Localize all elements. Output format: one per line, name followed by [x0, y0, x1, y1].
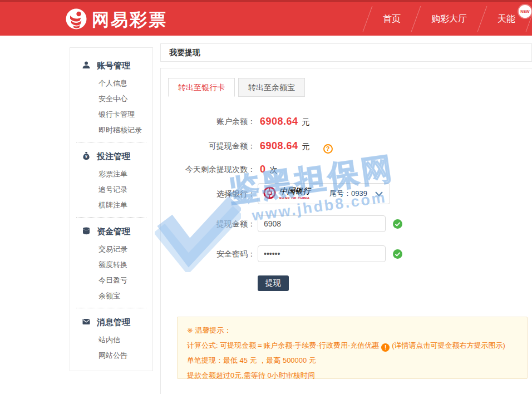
password-input[interactable]	[258, 245, 386, 262]
valid-check-icon	[393, 219, 402, 231]
balance-value: 6908.64	[260, 116, 298, 127]
page-title: 我要提现	[160, 43, 532, 62]
funds-icon	[82, 226, 91, 237]
sidebar: 账号管理 个人信息 安全中心 银行卡管理 即时稽核记录 ¥ 投注管理 彩票注单 …	[70, 47, 153, 371]
balance-unit: 元	[302, 117, 310, 126]
tab-to-yuebao[interactable]: 转出至余额宝	[238, 78, 305, 97]
sidebar-item-quota-transfer[interactable]: 额度转换	[70, 257, 152, 273]
nav-item-tianneng[interactable]: 天能 NEW	[482, 2, 530, 36]
sidebar-divider	[76, 308, 146, 308]
top-nav: 首页 购彩大厅 天能 NEW	[367, 2, 531, 36]
sidebar-item-security[interactable]: 安全中心	[70, 91, 152, 107]
withdraw-panel: 转出至银行卡 转出至余额宝 账户余额： 6908.64元 可提现金额： 6908…	[160, 68, 532, 394]
sidebar-divider	[76, 217, 146, 218]
nav-item-home[interactable]: 首页	[368, 2, 416, 36]
help-icon[interactable]: ?	[323, 144, 333, 154]
nav-item-tianneng-label: 天能	[497, 13, 515, 25]
bank-label: 选择银行：	[161, 183, 255, 204]
remaining-times-value: 0	[260, 164, 266, 175]
sidebar-item-inbox[interactable]: 站内信	[70, 332, 152, 348]
alert-icon[interactable]: !	[381, 343, 390, 352]
bank-select[interactable]: 中国银行 BANK OF CHINA 尾号：0939	[258, 183, 390, 204]
notice-box: ※ 温馨提示： 计算公式: 可提现金额＝账户余额-手续费-行政费用-充值优惠!(…	[177, 317, 528, 379]
sidebar-section-betting[interactable]: ¥ 投注管理	[70, 146, 152, 166]
lottery-bird-icon	[66, 8, 87, 32]
sidebar-item-transactions[interactable]: 交易记录	[70, 242, 152, 257]
balance-row: 账户余额： 6908.64元	[161, 113, 528, 130]
svg-text:¥: ¥	[85, 155, 87, 159]
withdrawable-row: 可提现金额： 6908.64元?	[161, 137, 528, 154]
new-badge: NEW	[519, 5, 531, 18]
sidebar-section-label: 资金管理	[97, 226, 130, 237]
sidebar-item-profile[interactable]: 个人信息	[70, 76, 152, 91]
sidebar-section-label: 消息管理	[97, 317, 130, 328]
withdraw-button[interactable]: 提现	[258, 275, 289, 291]
bank-name: 中国银行	[279, 188, 311, 195]
sidebar-item-chess-orders[interactable]: 棋牌注单	[70, 198, 152, 213]
password-row: 安全密码：	[161, 245, 528, 262]
sidebar-item-audit[interactable]: 即时稽核记录	[70, 122, 152, 138]
mail-icon	[82, 317, 91, 328]
tab-to-bankcard[interactable]: 转出至银行卡	[168, 78, 235, 97]
sidebar-item-announcements[interactable]: 网站公告	[70, 348, 152, 363]
sidebar-section-label: 投注管理	[97, 151, 130, 162]
remaining-times-label: 今天剩余提现次数：	[161, 161, 255, 178]
user-icon	[82, 61, 91, 71]
sidebar-item-daily-pl[interactable]: 今日盈亏	[70, 273, 152, 288]
notice-formula-text: 计算公式: 可提现金额＝账户余额-手续费-行政费用-充值优惠	[187, 341, 379, 349]
top-header: 网易彩票 首页 购彩大厅 天能 NEW	[0, 0, 532, 36]
sidebar-section-label: 账号管理	[97, 61, 130, 71]
withdrawable-value: 6908.64	[260, 140, 298, 151]
amount-label: 提现金额：	[161, 215, 255, 232]
notice-formula-hint: (详情请点击可提金额右方提示图示)	[392, 341, 505, 349]
sidebar-section-account[interactable]: 账号管理	[70, 56, 152, 76]
notice-formula-line: 计算公式: 可提现金额＝账户余额-手续费-行政费用-充值优惠!(详情请点击可提金…	[187, 338, 518, 353]
bank-of-china-emblem-icon	[263, 186, 276, 201]
amount-row: 提现金额：	[161, 215, 528, 232]
nav-item-hall[interactable]: 购彩大厅	[416, 2, 482, 36]
password-label: 安全密码：	[161, 245, 255, 262]
sidebar-divider	[76, 142, 146, 142]
bank-name-en: BANK OF CHINA	[279, 196, 311, 200]
remaining-times-unit: 次	[270, 165, 278, 174]
notice-title: ※ 温馨提示：	[187, 323, 518, 338]
card-tail-number: 尾号：0939	[329, 189, 367, 199]
amount-input[interactable]	[258, 215, 386, 232]
moneybag-icon: ¥	[82, 151, 91, 162]
balance-label: 账户余额：	[161, 113, 255, 130]
withdrawable-unit: 元	[302, 142, 310, 151]
tab-bar: 转出至银行卡 转出至余额宝	[168, 78, 305, 97]
sidebar-section-messages[interactable]: 消息管理	[70, 312, 152, 332]
sidebar-item-yuebao[interactable]: 余额宝	[70, 288, 152, 304]
notice-limit-line: 单笔提现：最低 45 元 ，最高 500000 元	[187, 353, 518, 368]
sidebar-section-funds[interactable]: 资金管理	[70, 221, 152, 242]
remaining-times-row: 今天剩余提现次数： 0次	[161, 161, 528, 178]
sidebar-item-lottery-orders[interactable]: 彩票注单	[70, 166, 152, 182]
valid-check-icon	[393, 249, 402, 261]
sidebar-item-chase-records[interactable]: 追号记录	[70, 182, 152, 198]
withdrawable-label: 可提现金额：	[161, 137, 255, 154]
notice-review-line: 提款金额超过0元,需等待 0小时审核时间	[187, 368, 518, 383]
bank-row: 选择银行： 中国银行 BANK OF CHINA 尾号：0939	[161, 183, 528, 204]
sidebar-item-bankcards[interactable]: 银行卡管理	[70, 107, 152, 122]
brand-logo[interactable]: 网易彩票	[66, 8, 168, 32]
brand-name: 网易彩票	[92, 8, 168, 32]
chevron-down-icon[interactable]	[375, 189, 383, 199]
